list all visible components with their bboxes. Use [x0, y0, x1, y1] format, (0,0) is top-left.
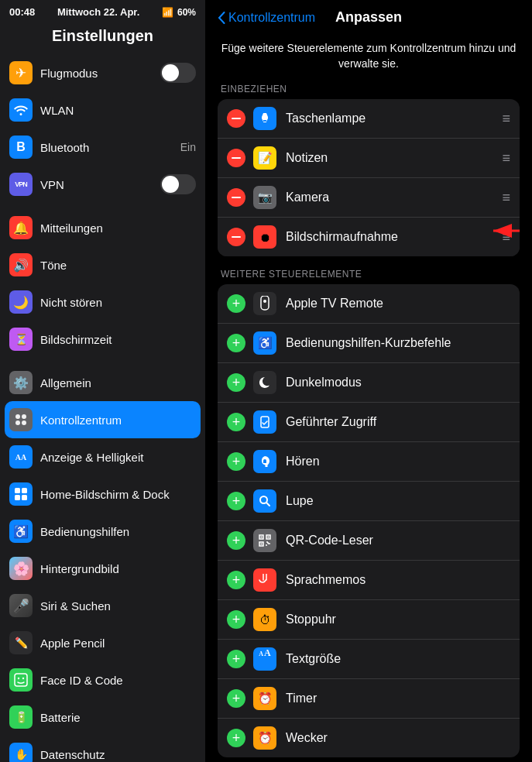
sidebar-item-bildschirmzeit[interactable]: ⏳ Bildschirmzeit [0, 321, 205, 358]
hintergrundbild-label: Hintergrundbild [40, 562, 196, 575]
kamera-label: Kamera [286, 190, 502, 204]
include-row-kamera[interactable]: 📷 Kamera ≡ [218, 177, 520, 217]
sprachmemos-icon [253, 568, 276, 592]
add-wecker-btn[interactable] [227, 729, 245, 747]
bluetooth-label: Bluetooth [40, 141, 180, 154]
svg-line-17 [266, 503, 269, 506]
more-row-timer[interactable]: ⏰ Timer [218, 678, 520, 718]
remove-bildschirmaufnahme-btn[interactable] [227, 228, 245, 246]
svg-rect-15 [261, 417, 269, 427]
include-row-notizen[interactable]: 📝 Notizen ≡ [218, 138, 520, 177]
add-sprachmemos-btn[interactable] [227, 571, 245, 589]
add-qr-btn[interactable] [227, 531, 245, 550]
more-row-appletv[interactable]: Apple TV Remote [218, 284, 520, 323]
wlan-label: WLAN [40, 104, 196, 117]
more-row-wecker[interactable]: ⏰ Wecker [218, 718, 520, 757]
include-list: Taschenlampe ≡ 📝 Notizen ≡ 📷 Kamera ≡ ⏺ [218, 99, 520, 256]
home-bildschirm-label: Home-Bildschirm & Dock [40, 488, 196, 501]
include-row-taschenlampe[interactable]: Taschenlampe ≡ [218, 99, 520, 138]
sidebar-item-vpn[interactable]: VPN VPN [0, 166, 205, 203]
wecker-icon: ⏰ [253, 726, 276, 750]
hintergrundbild-icon: 🌸 [9, 557, 33, 580]
svg-point-1 [22, 414, 26, 419]
mitteilungen-label: Mitteilungen [40, 221, 196, 235]
sidebar-section-system: ⚙️ Allgemein Kontrollzentrum AA Anzeige … [0, 364, 205, 762]
more-row-gefuehrter[interactable]: Geführter Zugriff [218, 402, 520, 441]
add-textgroesse-btn[interactable] [227, 650, 245, 668]
nicht-stoeren-label: Nicht stören [40, 296, 196, 309]
bedienungshilfen-label: Bedienungshilfen [40, 525, 196, 538]
section-label-more: WEITERE STEUERELEMENTE [221, 269, 520, 280]
stoppuhr-icon: ⏱ [253, 608, 276, 631]
vpn-toggle[interactable] [160, 174, 196, 194]
more-row-stoppuhr[interactable]: ⏱ Stoppuhr [218, 599, 520, 639]
sidebar-item-allgemein[interactable]: ⚙️ Allgemein [0, 364, 205, 401]
add-appletv-btn[interactable] [227, 294, 245, 313]
drag-kamera[interactable]: ≡ [502, 190, 510, 206]
sidebar-item-mitteilungen[interactable]: 🔔 Mitteilungen [0, 209, 205, 246]
sidebar-item-siri[interactable]: 🎤 Siri & Suchen [0, 587, 205, 624]
sidebar-item-flugmodus[interactable]: ✈ Flugmodus [0, 54, 205, 91]
lupe-icon [253, 489, 276, 513]
add-stoppuhr-btn[interactable] [227, 610, 245, 629]
more-row-sprachmemos[interactable]: Sprachmemos [218, 560, 520, 599]
add-dunkelmodus-btn[interactable] [227, 373, 245, 392]
add-lupe-btn[interactable] [227, 492, 245, 510]
qr-label: QR-Code-Leser [286, 534, 510, 547]
sidebar: 00:48 Mittwoch 22. Apr. 📶 60% Einstellun… [0, 0, 205, 762]
remove-taschenlampe-btn[interactable] [227, 109, 245, 128]
dunkelmodus-icon [253, 371, 276, 394]
qr-icon [253, 529, 276, 552]
sidebar-item-home-bildschirm[interactable]: Home-Bildschirm & Dock [0, 475, 205, 513]
textgroesse-icon: AA [253, 647, 276, 671]
drag-notizen[interactable]: ≡ [502, 150, 510, 166]
siri-label: Siri & Suchen [40, 599, 196, 613]
sidebar-item-kontrollzentrum[interactable]: Kontrollzentrum [5, 401, 201, 438]
sidebar-item-anzeige[interactable]: AA Anzeige & Helligkeit [0, 438, 205, 475]
svg-rect-22 [268, 537, 269, 538]
drag-bildschirmaufnahme[interactable]: ≡ [502, 229, 510, 245]
svg-rect-5 [22, 488, 27, 493]
sidebar-item-toene[interactable]: 🔊 Töne [0, 246, 205, 283]
more-row-dunkelmodus[interactable]: Dunkelmodus [218, 362, 520, 402]
flugmodus-toggle[interactable] [160, 63, 196, 83]
remove-notizen-btn[interactable] [227, 149, 245, 167]
sidebar-item-hintergrundbild[interactable]: 🌸 Hintergrundbild [0, 550, 205, 587]
drag-taschenlampe[interactable]: ≡ [502, 111, 510, 127]
allgemein-label: Allgemein [40, 376, 196, 390]
kontrollzentrum-label: Kontrollzentrum [40, 414, 196, 427]
home-bildschirm-icon [9, 482, 33, 506]
sprachmemos-label: Sprachmemos [286, 573, 510, 587]
nav-back-label: Kontrollzentrum [228, 11, 315, 25]
sidebar-item-bedienungshilfen[interactable]: ♿ Bedienungshilfen [0, 513, 205, 550]
more-row-lupe[interactable]: Lupe [218, 481, 520, 520]
sidebar-item-apple-pencil[interactable]: ✏️ Apple Pencil [0, 624, 205, 661]
add-hoeren-btn[interactable] [227, 452, 245, 471]
sidebar-item-face-id[interactable]: Face ID & Code [0, 661, 205, 698]
sidebar-item-wlan[interactable]: WLAN [0, 91, 205, 129]
more-row-bedienungshilfen[interactable]: ♿ Bedienungshilfen-Kurzbefehle [218, 323, 520, 362]
wlan-icon [9, 98, 33, 122]
dunkelmodus-label: Dunkelmodus [286, 376, 510, 390]
timer-icon: ⏰ [253, 687, 276, 710]
more-row-qr[interactable]: QR-Code-Leser [218, 520, 520, 560]
remove-kamera-btn[interactable] [227, 188, 245, 207]
add-timer-btn[interactable] [227, 689, 245, 708]
svg-rect-6 [15, 495, 20, 500]
more-row-hoeren[interactable]: Hören [218, 441, 520, 481]
include-row-bildschirmaufnahme[interactable]: ⏺ Bildschirmaufnahme ≡ [218, 217, 520, 256]
wifi-icon: 📶 [162, 7, 173, 18]
vpn-icon: VPN [9, 173, 33, 196]
nav-back-button[interactable]: Kontrollzentrum [218, 11, 315, 25]
sidebar-item-nicht-stoeren[interactable]: 🌙 Nicht stören [0, 283, 205, 321]
more-row-textgroesse[interactable]: AA Textgröße [218, 639, 520, 678]
add-gefuehrter-btn[interactable] [227, 413, 245, 431]
panel-content: Füge weitere Steuerelemente zum Kontroll… [205, 35, 532, 762]
sidebar-item-datenschutz[interactable]: ✋ Datenschutz [0, 736, 205, 762]
sidebar-item-batterie[interactable]: 🔋 Batterie [0, 698, 205, 736]
appletv-label: Apple TV Remote [286, 297, 510, 311]
add-bedienungshilfen-btn[interactable] [227, 334, 245, 352]
sidebar-section-notifications: 🔔 Mitteilungen 🔊 Töne 🌙 Nicht stören ⏳ B… [0, 209, 205, 358]
sidebar-item-bluetooth[interactable]: B Bluetooth Ein [0, 129, 205, 166]
more-list: Apple TV Remote ♿ Bedienungshilfen-Kurzb… [218, 284, 520, 757]
